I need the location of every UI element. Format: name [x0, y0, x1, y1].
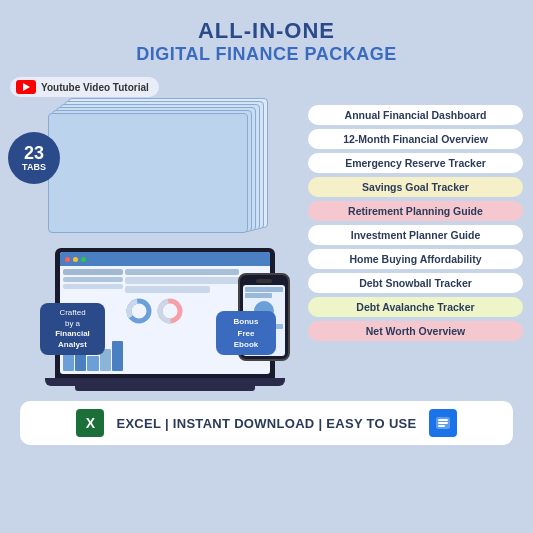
- features-list: Annual Financial Dashboard12-Month Finan…: [308, 77, 523, 391]
- feature-item-6: Home Buying Affordability: [308, 249, 523, 269]
- youtube-label: Youtube Video Tutorial: [41, 82, 149, 93]
- page-header: ALL-IN-ONE DIGITAL FINANCE PACKAGE: [0, 0, 533, 71]
- excel-icon: X: [76, 409, 104, 437]
- feature-item-2: Emergency Reserve Tracker: [308, 153, 523, 173]
- bonus-badge: BonusFreeEbook: [216, 311, 276, 355]
- crafted-text: Craftedby aFinancialAnalyst: [55, 308, 90, 348]
- lc-row3: [63, 284, 123, 289]
- lc-row1: [63, 269, 123, 275]
- main-content: Youtube Video Tutorial 23 TABS: [0, 71, 533, 391]
- dot-red: [65, 257, 70, 262]
- bonus-text: BonusFreeEbook: [234, 317, 259, 348]
- svg-rect-6: [438, 422, 448, 424]
- feature-item-5: Investment Planner Guide: [308, 225, 523, 245]
- header-title-line1: ALL-IN-ONE: [0, 18, 533, 44]
- sheets-icon: [429, 409, 457, 437]
- laptop-topbar: [60, 252, 270, 266]
- svg-rect-5: [438, 419, 448, 421]
- laptop-base: [45, 378, 285, 386]
- feature-item-0: Annual Financial Dashboard: [308, 105, 523, 125]
- header-title-line2: DIGITAL FINANCE PACKAGE: [0, 44, 533, 65]
- screen-stack: [40, 98, 280, 243]
- tabs-label: TABS: [22, 162, 46, 172]
- screen-layer-6: [48, 113, 248, 233]
- tabs-number: 23: [24, 144, 44, 162]
- youtube-badge[interactable]: Youtube Video Tutorial: [10, 77, 159, 97]
- donut-chart-1: [125, 297, 153, 325]
- phone-notch: [256, 279, 272, 283]
- excel-letter: X: [86, 415, 95, 431]
- youtube-icon: [16, 80, 36, 94]
- feature-item-3: Savings Goal Tracker: [308, 177, 523, 197]
- tabs-badge: 23 TABS: [8, 132, 60, 184]
- left-panel: Youtube Video Tutorial 23 TABS: [10, 77, 300, 391]
- laptop-mockup: Craftedby aFinancialAnalyst BonusFreeEbo…: [40, 248, 290, 391]
- feature-item-1: 12-Month Financial Overview: [308, 129, 523, 149]
- lr-row1: [125, 269, 239, 275]
- footer-text: EXCEL | INSTANT DOWNLOAD | EASY TO USE: [116, 416, 416, 431]
- lr-row3: [125, 286, 210, 293]
- feature-item-8: Debt Avalanche Tracker: [308, 297, 523, 317]
- bar5: [112, 341, 123, 371]
- feature-item-9: Net Worth Overview: [308, 321, 523, 341]
- laptop-stand: [75, 386, 255, 391]
- bar3: [87, 356, 98, 371]
- sheets-svg: [434, 414, 452, 432]
- ps-row1: [245, 287, 283, 292]
- bar1: [63, 353, 74, 371]
- feature-item-7: Debt Snowball Tracker: [308, 273, 523, 293]
- ps-row2: [245, 293, 272, 298]
- dot-yellow: [73, 257, 78, 262]
- donut-chart-2: [156, 297, 184, 325]
- dot-green: [81, 257, 86, 262]
- screens-container: Craftedby aFinancialAnalyst BonusFreeEbo…: [40, 98, 300, 391]
- footer-bar: X EXCEL | INSTANT DOWNLOAD | EASY TO USE: [20, 401, 513, 445]
- lc-row2: [63, 277, 123, 282]
- svg-rect-7: [438, 425, 445, 427]
- crafted-badge: Craftedby aFinancialAnalyst: [40, 303, 105, 355]
- feature-item-4: Retirement Planning Guide: [308, 201, 523, 221]
